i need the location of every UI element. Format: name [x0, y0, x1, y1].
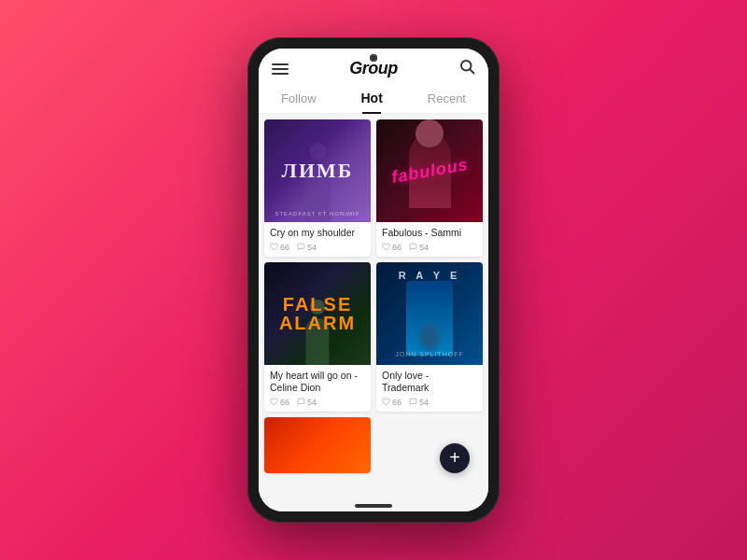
raye-title-text: R A Y E	[376, 270, 483, 281]
content-grid: ЛИМБ STEADFAST FT NORIMIX Cry on my shou…	[259, 114, 488, 511]
tab-follow[interactable]: Follow	[274, 90, 324, 107]
comments-count-1: 54	[307, 243, 317, 252]
hamburger-icon	[272, 63, 289, 65]
svg-line-1	[470, 69, 473, 73]
limb-title-text: ЛИМБ	[282, 159, 354, 183]
likes-count-2: 66	[392, 243, 402, 252]
card-stats-3: 66 54	[270, 398, 365, 407]
menu-button[interactable]	[272, 63, 289, 75]
card-title-2: Fabulous - Sammi	[382, 227, 477, 240]
likes-count-3: 66	[280, 398, 289, 407]
comments-count-3: 54	[307, 398, 317, 407]
likes-stat-1: 66	[270, 243, 289, 252]
music-card-5-partial[interactable]	[264, 417, 371, 473]
fab-button[interactable]: +	[440, 443, 470, 473]
album-art-partial	[264, 417, 371, 473]
raye-person	[406, 281, 453, 356]
comments-count-2: 54	[419, 243, 429, 252]
tab-hot[interactable]: Hot	[354, 89, 390, 107]
search-button[interactable]	[458, 58, 475, 79]
album-art-fabulous: fabulous	[376, 119, 483, 222]
album-art-raye: R A Y E JOHN SPLITHOFF	[376, 262, 483, 365]
comments-stat-4: 54	[409, 398, 429, 407]
comments-stat-2: 54	[409, 243, 429, 252]
fab-icon: +	[449, 447, 460, 469]
false-title-text: FALSE ALARM	[279, 295, 356, 332]
album-art-limb: ЛИМБ STEADFAST FT NORIMIX	[264, 119, 371, 222]
music-card-2[interactable]: fabulous Fabulous - Sammi 66 54	[376, 119, 483, 257]
limb-subtitle-text: STEADFAST FT NORIMIX	[275, 211, 359, 217]
tab-bar: Follow Hot Recent	[259, 85, 488, 114]
card-title-4: Only love - Trademark	[382, 370, 477, 395]
tab-recent[interactable]: Recent	[420, 90, 473, 107]
comments-count-4: 54	[419, 398, 429, 407]
hamburger-icon	[272, 73, 289, 75]
album-art-false: FALSE ALARM	[264, 262, 371, 365]
likes-count-4: 66	[392, 398, 402, 407]
card-title-1: Cry on my shoulder	[270, 227, 365, 240]
card-info-3: My heart will go on - Celine Dion 66 54	[264, 365, 371, 412]
card-stats-1: 66 54	[270, 243, 365, 252]
card-title-3: My heart will go on - Celine Dion	[270, 370, 365, 395]
comments-stat-3: 54	[297, 398, 317, 407]
likes-stat-3: 66	[270, 398, 289, 407]
raye-subtitle-text: JOHN SPLITHOFF	[376, 351, 483, 357]
music-card-1[interactable]: ЛИМБ STEADFAST FT NORIMIX Cry on my shou…	[264, 119, 371, 257]
card-info-1: Cry on my shoulder 66 54	[264, 222, 371, 257]
card-stats-4: 66 54	[382, 398, 477, 407]
card-info-4: Only love - Trademark 66 54	[376, 365, 483, 412]
comments-stat-1: 54	[297, 243, 317, 252]
likes-stat-2: 66	[382, 243, 402, 252]
hamburger-icon	[272, 68, 289, 70]
phone-device: Group Follow Hot Recent	[247, 37, 500, 523]
music-card-4[interactable]: R A Y E JOHN SPLITHOFF Only love - Trade…	[376, 262, 483, 412]
likes-stat-4: 66	[382, 398, 402, 407]
card-info-2: Fabulous - Sammi 66 54	[376, 222, 483, 257]
app-title: Group	[349, 59, 398, 78]
app-header: Group	[259, 49, 488, 85]
phone-screen: Group Follow Hot Recent	[259, 49, 488, 511]
card-stats-2: 66 54	[382, 243, 477, 252]
likes-count-1: 66	[280, 243, 289, 252]
music-card-3[interactable]: FALSE ALARM My heart will go on - Celine…	[264, 262, 371, 412]
